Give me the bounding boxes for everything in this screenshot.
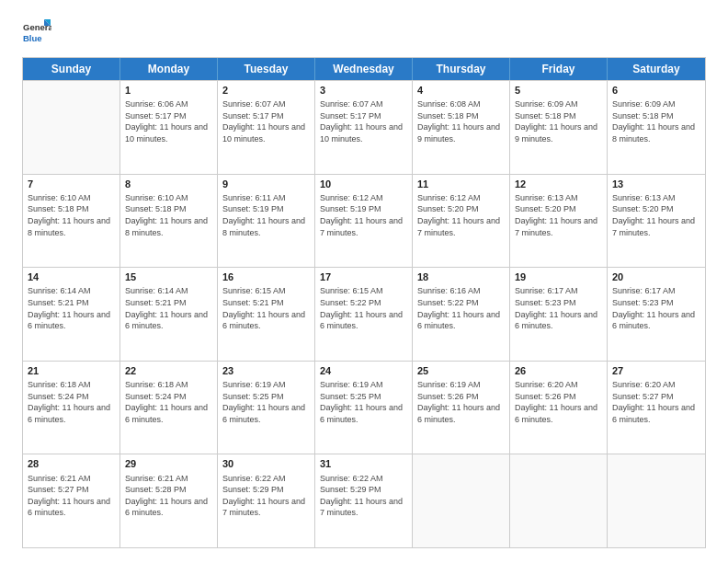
cal-cell-0-5: 5 Sunrise: 6:09 AM Sunset: 5:18 PM Dayli…: [510, 81, 608, 174]
calendar-row-3: 21 Sunrise: 6:18 AM Sunset: 5:24 PM Dayl…: [23, 361, 705, 454]
logo: General Blue: [22, 18, 51, 48]
cal-cell-4-0: 28 Sunrise: 6:21 AM Sunset: 5:27 PM Dayl…: [23, 454, 120, 547]
cell-info: Sunrise: 6:17 AM Sunset: 5:23 PM Dayligh…: [515, 285, 602, 331]
cell-day: 15: [125, 270, 212, 283]
cell-day: 21: [28, 364, 115, 377]
cal-cell-4-1: 29 Sunrise: 6:21 AM Sunset: 5:28 PM Dayl…: [120, 454, 218, 547]
svg-text:Blue: Blue: [23, 33, 42, 43]
header-day-thursday: Thursday: [413, 58, 510, 80]
header-day-monday: Monday: [120, 58, 218, 80]
cell-day: 28: [28, 457, 115, 470]
cell-day: 11: [417, 178, 505, 190]
header: General Blue: [22, 18, 706, 48]
cal-cell-3-3: 24 Sunrise: 6:19 AM Sunset: 5:25 PM Dayl…: [315, 362, 413, 454]
cell-day: 18: [417, 270, 505, 283]
cal-cell-1-6: 13 Sunrise: 6:13 AM Sunset: 5:20 PM Dayl…: [608, 175, 705, 268]
cal-cell-2-1: 15 Sunrise: 6:14 AM Sunset: 5:21 PM Dayl…: [120, 268, 218, 361]
cal-cell-3-5: 26 Sunrise: 6:20 AM Sunset: 5:26 PM Dayl…: [510, 362, 608, 454]
cell-info: Sunrise: 6:10 AM Sunset: 5:18 PM Dayligh…: [125, 192, 212, 238]
cell-info: Sunrise: 6:18 AM Sunset: 5:24 PM Dayligh…: [28, 379, 115, 425]
cell-day: 14: [28, 270, 115, 283]
cell-day: 3: [320, 84, 407, 97]
cal-cell-2-2: 16 Sunrise: 6:15 AM Sunset: 5:21 PM Dayl…: [218, 268, 315, 361]
cal-cell-4-4: [413, 454, 510, 547]
cal-cell-3-1: 22 Sunrise: 6:18 AM Sunset: 5:24 PM Dayl…: [120, 362, 218, 454]
cal-cell-0-2: 2 Sunrise: 6:07 AM Sunset: 5:17 PM Dayli…: [218, 81, 315, 174]
cal-cell-1-3: 10 Sunrise: 6:12 AM Sunset: 5:19 PM Dayl…: [315, 175, 413, 268]
cell-info: Sunrise: 6:22 AM Sunset: 5:29 PM Dayligh…: [222, 473, 310, 519]
cell-info: Sunrise: 6:12 AM Sunset: 5:20 PM Dayligh…: [417, 192, 505, 238]
cell-day: 30: [222, 457, 310, 470]
cell-day: 1: [125, 84, 212, 97]
cell-info: Sunrise: 6:09 AM Sunset: 5:18 PM Dayligh…: [612, 98, 700, 144]
cell-day: 22: [125, 364, 212, 377]
calendar-row-4: 28 Sunrise: 6:21 AM Sunset: 5:27 PM Dayl…: [23, 454, 705, 547]
calendar-header: SundayMondayTuesdayWednesdayThursdayFrid…: [23, 58, 705, 80]
cell-info: Sunrise: 6:21 AM Sunset: 5:27 PM Dayligh…: [28, 473, 115, 519]
cell-day: 2: [222, 84, 310, 97]
cal-cell-2-4: 18 Sunrise: 6:16 AM Sunset: 5:22 PM Dayl…: [413, 268, 510, 361]
cal-cell-2-6: 20 Sunrise: 6:17 AM Sunset: 5:23 PM Dayl…: [608, 268, 705, 361]
cell-day: 7: [28, 178, 115, 190]
cell-info: Sunrise: 6:07 AM Sunset: 5:17 PM Dayligh…: [222, 98, 310, 144]
cell-info: Sunrise: 6:14 AM Sunset: 5:21 PM Dayligh…: [28, 285, 115, 331]
cal-cell-4-3: 31 Sunrise: 6:22 AM Sunset: 5:29 PM Dayl…: [315, 454, 413, 547]
cal-cell-4-6: [608, 454, 705, 547]
cal-cell-0-3: 3 Sunrise: 6:07 AM Sunset: 5:17 PM Dayli…: [315, 81, 413, 174]
cell-info: Sunrise: 6:22 AM Sunset: 5:29 PM Dayligh…: [320, 473, 407, 519]
cell-day: 10: [320, 178, 407, 190]
cell-info: Sunrise: 6:15 AM Sunset: 5:21 PM Dayligh…: [222, 285, 310, 331]
cell-day: 25: [417, 364, 505, 377]
cal-cell-3-0: 21 Sunrise: 6:18 AM Sunset: 5:24 PM Dayl…: [23, 362, 120, 454]
cell-day: 29: [125, 457, 212, 470]
calendar: SundayMondayTuesdayWednesdayThursdayFrid…: [22, 57, 706, 548]
header-day-tuesday: Tuesday: [218, 58, 315, 80]
cell-day: 8: [125, 178, 212, 190]
header-day-saturday: Saturday: [608, 58, 705, 80]
cal-cell-0-1: 1 Sunrise: 6:06 AM Sunset: 5:17 PM Dayli…: [120, 81, 218, 174]
cell-info: Sunrise: 6:17 AM Sunset: 5:23 PM Dayligh…: [612, 285, 700, 331]
cell-info: Sunrise: 6:16 AM Sunset: 5:22 PM Dayligh…: [417, 285, 505, 331]
cal-cell-1-2: 9 Sunrise: 6:11 AM Sunset: 5:19 PM Dayli…: [218, 175, 315, 268]
cal-cell-2-0: 14 Sunrise: 6:14 AM Sunset: 5:21 PM Dayl…: [23, 268, 120, 361]
cell-day: 27: [612, 364, 700, 377]
cell-day: 16: [222, 270, 310, 283]
cal-cell-0-0: [23, 81, 120, 174]
logo-icon: General Blue: [22, 18, 51, 48]
cell-info: Sunrise: 6:19 AM Sunset: 5:25 PM Dayligh…: [320, 379, 407, 425]
cell-info: Sunrise: 6:20 AM Sunset: 5:27 PM Dayligh…: [612, 379, 700, 425]
cal-cell-3-4: 25 Sunrise: 6:19 AM Sunset: 5:26 PM Dayl…: [413, 362, 510, 454]
cell-info: Sunrise: 6:19 AM Sunset: 5:26 PM Dayligh…: [417, 379, 505, 425]
cell-day: 24: [320, 364, 407, 377]
cell-info: Sunrise: 6:20 AM Sunset: 5:26 PM Dayligh…: [515, 379, 602, 425]
cell-day: 13: [612, 178, 700, 190]
cal-cell-0-4: 4 Sunrise: 6:08 AM Sunset: 5:18 PM Dayli…: [413, 81, 510, 174]
cell-day: 4: [417, 84, 505, 97]
cell-day: 23: [222, 364, 310, 377]
cal-cell-3-6: 27 Sunrise: 6:20 AM Sunset: 5:27 PM Dayl…: [608, 362, 705, 454]
calendar-body: 1 Sunrise: 6:06 AM Sunset: 5:17 PM Dayli…: [23, 80, 705, 547]
cal-cell-2-3: 17 Sunrise: 6:15 AM Sunset: 5:22 PM Dayl…: [315, 268, 413, 361]
cal-cell-1-0: 7 Sunrise: 6:10 AM Sunset: 5:18 PM Dayli…: [23, 175, 120, 268]
cell-info: Sunrise: 6:07 AM Sunset: 5:17 PM Dayligh…: [320, 98, 407, 144]
cell-day: 6: [612, 84, 700, 97]
cell-day: 9: [222, 178, 310, 190]
header-day-sunday: Sunday: [23, 58, 120, 80]
cal-cell-4-2: 30 Sunrise: 6:22 AM Sunset: 5:29 PM Dayl…: [218, 454, 315, 547]
cell-info: Sunrise: 6:15 AM Sunset: 5:22 PM Dayligh…: [320, 285, 407, 331]
cell-day: 20: [612, 270, 700, 283]
calendar-row-2: 14 Sunrise: 6:14 AM Sunset: 5:21 PM Dayl…: [23, 267, 705, 361]
cal-cell-0-6: 6 Sunrise: 6:09 AM Sunset: 5:18 PM Dayli…: [608, 81, 705, 174]
cal-cell-4-5: [510, 454, 608, 547]
cell-info: Sunrise: 6:10 AM Sunset: 5:18 PM Dayligh…: [28, 192, 115, 238]
cal-cell-1-4: 11 Sunrise: 6:12 AM Sunset: 5:20 PM Dayl…: [413, 175, 510, 268]
page: General Blue SundayMondayTuesdayWednesda…: [0, 0, 728, 563]
cell-day: 19: [515, 270, 602, 283]
cell-info: Sunrise: 6:09 AM Sunset: 5:18 PM Dayligh…: [515, 98, 602, 144]
cell-info: Sunrise: 6:11 AM Sunset: 5:19 PM Dayligh…: [222, 192, 310, 238]
cal-cell-3-2: 23 Sunrise: 6:19 AM Sunset: 5:25 PM Dayl…: [218, 362, 315, 454]
cell-info: Sunrise: 6:13 AM Sunset: 5:20 PM Dayligh…: [515, 192, 602, 238]
cell-info: Sunrise: 6:12 AM Sunset: 5:19 PM Dayligh…: [320, 192, 407, 238]
cell-info: Sunrise: 6:06 AM Sunset: 5:17 PM Dayligh…: [125, 98, 212, 144]
cell-day: 26: [515, 364, 602, 377]
